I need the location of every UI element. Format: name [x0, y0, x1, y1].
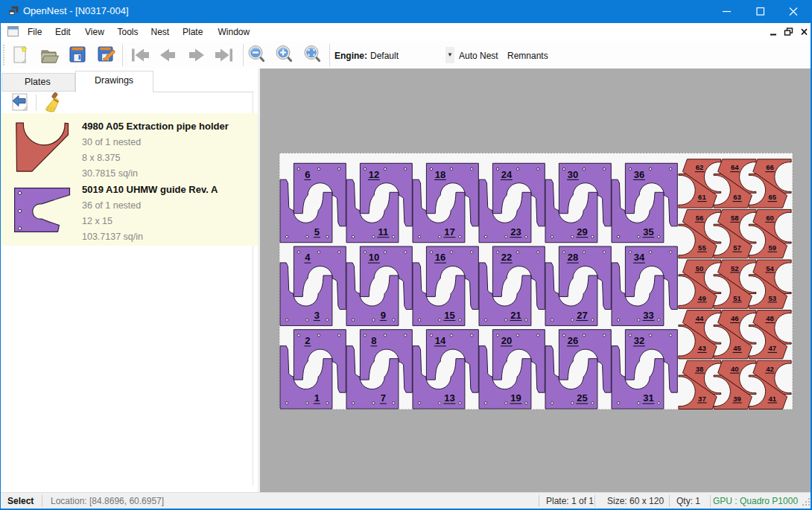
- svg-text:7: 7: [381, 392, 386, 404]
- svg-text:31: 31: [643, 392, 653, 404]
- svg-text:14: 14: [435, 335, 446, 346]
- svg-text:15: 15: [444, 310, 454, 321]
- svg-text:12: 12: [369, 169, 379, 180]
- svg-text:16: 16: [435, 252, 445, 263]
- svg-text:43: 43: [698, 344, 706, 352]
- svg-text:30: 30: [568, 169, 578, 180]
- svg-text:47: 47: [769, 344, 777, 352]
- svg-text:20: 20: [501, 335, 512, 346]
- svg-text:34: 34: [634, 252, 645, 263]
- svg-text:42: 42: [766, 365, 774, 373]
- svg-text:18: 18: [435, 169, 445, 180]
- svg-text:10: 10: [369, 252, 379, 263]
- svg-text:13: 13: [444, 392, 454, 404]
- svg-text:35: 35: [643, 226, 653, 238]
- svg-text:1: 1: [314, 392, 320, 404]
- svg-text:58: 58: [731, 214, 739, 222]
- svg-text:40: 40: [731, 365, 739, 373]
- svg-text:24: 24: [501, 169, 513, 180]
- svg-text:2: 2: [305, 335, 310, 346]
- svg-text:21: 21: [510, 310, 521, 321]
- svg-text:19: 19: [510, 392, 521, 404]
- svg-text:27: 27: [577, 310, 587, 321]
- svg-text:26: 26: [568, 335, 578, 346]
- svg-text:4: 4: [305, 252, 311, 263]
- svg-text:46: 46: [731, 314, 739, 322]
- svg-text:51: 51: [733, 294, 741, 302]
- svg-text:5: 5: [314, 226, 320, 238]
- svg-text:50: 50: [696, 264, 704, 272]
- svg-text:11: 11: [378, 226, 389, 238]
- svg-text:25: 25: [577, 392, 587, 404]
- svg-text:55: 55: [698, 243, 706, 252]
- svg-text:28: 28: [568, 252, 578, 263]
- svg-text:9: 9: [381, 310, 386, 321]
- svg-text:23: 23: [510, 226, 521, 238]
- svg-text:62: 62: [696, 163, 704, 171]
- svg-text:56: 56: [696, 214, 704, 222]
- svg-text:41: 41: [769, 395, 777, 403]
- svg-text:17: 17: [444, 226, 454, 238]
- svg-text:61: 61: [698, 193, 706, 201]
- svg-text:22: 22: [501, 252, 512, 263]
- svg-text:8: 8: [371, 335, 376, 346]
- svg-text:49: 49: [698, 294, 706, 302]
- svg-text:3: 3: [314, 310, 320, 321]
- svg-text:60: 60: [766, 214, 774, 222]
- svg-text:32: 32: [634, 335, 644, 346]
- svg-text:64: 64: [731, 163, 739, 171]
- svg-text:29: 29: [577, 226, 587, 238]
- svg-text:45: 45: [733, 344, 741, 352]
- svg-text:63: 63: [733, 193, 741, 201]
- svg-text:52: 52: [731, 264, 739, 272]
- svg-text:53: 53: [769, 294, 777, 302]
- svg-text:57: 57: [733, 243, 741, 252]
- svg-text:38: 38: [696, 365, 704, 373]
- svg-text:37: 37: [698, 395, 706, 403]
- svg-text:65: 65: [769, 193, 777, 201]
- svg-text:6: 6: [305, 169, 310, 180]
- svg-text:66: 66: [766, 163, 774, 171]
- svg-text:33: 33: [643, 310, 653, 321]
- svg-text:48: 48: [766, 314, 774, 322]
- svg-text:36: 36: [634, 169, 644, 180]
- svg-text:54: 54: [766, 264, 774, 272]
- svg-text:44: 44: [696, 314, 704, 322]
- svg-text:59: 59: [769, 243, 777, 252]
- svg-text:39: 39: [733, 395, 741, 403]
